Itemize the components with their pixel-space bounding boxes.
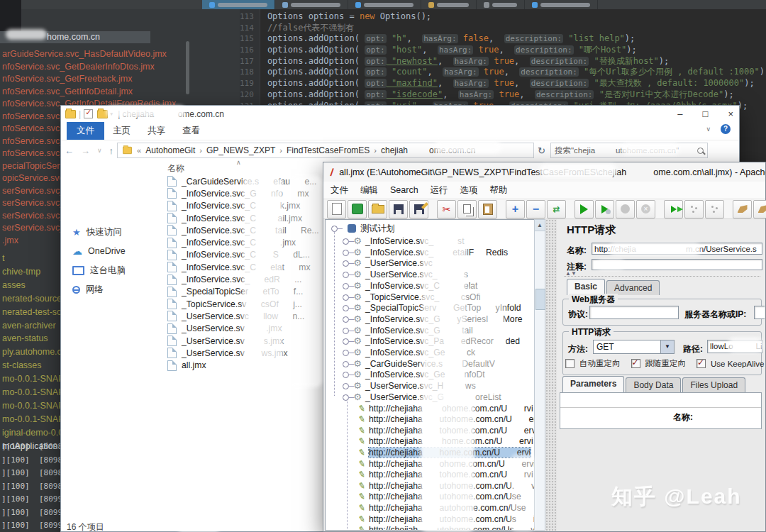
forward-icon[interactable]: → — [81, 145, 90, 156]
checkbox-自动重定向[interactable] — [565, 359, 574, 368]
tree-item[interactable]: http://chejiaha ohome.com.cn/U rvi — [326, 403, 534, 414]
server-field[interactable] — [754, 306, 765, 319]
ide-project-folder[interactable]: ply.autohome.c — [2, 346, 62, 358]
tree-expand-handle[interactable] — [343, 338, 349, 345]
up-icon[interactable]: ↑ — [109, 145, 114, 156]
recent-locations-icon[interactable]: ∨ — [97, 147, 102, 154]
tree-expand-handle[interactable] — [343, 361, 349, 367]
sidebar-item-cloud[interactable]: ☁OneDrive — [72, 245, 126, 257]
ribbon-tab-file[interactable]: 文件 — [67, 122, 104, 140]
back-icon[interactable]: ← — [65, 145, 74, 156]
protocol-field[interactable] — [589, 306, 679, 319]
editor-tab[interactable] — [202, 0, 275, 9]
menu-文件[interactable]: 文件 — [331, 184, 348, 196]
tree-expand-handle[interactable] — [343, 238, 349, 245]
tab-body-data[interactable]: Body Data — [626, 377, 681, 392]
search-box[interactable]: 搜索"chejia utohome.com.cn" — [550, 143, 708, 158]
ide-project-folder[interactable]: t — [2, 253, 4, 265]
toolbar-button-remote[interactable] — [664, 200, 683, 218]
tree-item[interactable]: _InfoService.svc_G ySeriesI More — [326, 314, 534, 325]
tree-expand-handle[interactable] — [343, 283, 349, 289]
tree-expand-handle[interactable] — [343, 260, 349, 267]
tree-item[interactable]: _InfoService.svc_ etailF Redis — [326, 247, 534, 258]
toolbar-button-cut[interactable]: ✂ — [437, 200, 456, 218]
scrollbar-thumb[interactable] — [535, 289, 545, 310]
path-field[interactable]: llowLo Lis — [707, 340, 762, 353]
ide-project-folder[interactable]: st-classes — [2, 360, 42, 372]
tree-expand-handle[interactable] — [343, 294, 349, 301]
tab-advanced[interactable]: Advanced — [606, 280, 660, 295]
tree-expand-handle[interactable] — [343, 350, 349, 356]
breadcrumb-segment[interactable]: chejiah ome.com.cn — [381, 145, 475, 155]
ide-project-folder[interactable]: mo-0.0.1-SNAP — [2, 414, 65, 426]
refresh-icon[interactable]: ↻ — [538, 145, 545, 156]
tree-item[interactable]: _InfoService.svc_G tail — [326, 325, 534, 336]
column-header-name[interactable]: 名称 — [167, 162, 184, 174]
checkbox-Use KeepAlive[interactable] — [696, 359, 706, 368]
close-button[interactable]: × — [728, 109, 733, 119]
tree-item[interactable]: http://chejiaha utohome.com.cn/U. vi — [326, 480, 534, 492]
ide-project-folder[interactable]: mo-0.0.1-SNAP — [2, 387, 65, 399]
toolbar-button-save[interactable] — [389, 200, 408, 218]
checkbox-跟随重定向[interactable] — [631, 359, 640, 368]
sidebar-item-star[interactable]: ★快速访问 — [72, 226, 122, 238]
sidebar-item-pc[interactable]: 这台电脑 — [72, 265, 126, 277]
tree-item[interactable]: _UserService.svc_ s — [326, 269, 534, 280]
tree-item[interactable]: _TopicService.svc_ csOfi — [326, 292, 534, 303]
menu-运行[interactable]: 运行 — [431, 184, 448, 196]
split-divider[interactable] — [545, 219, 557, 531]
tree-item[interactable]: _UserService.svc_G oreList — [326, 392, 534, 403]
toolbar-button-templates[interactable] — [348, 200, 367, 218]
tree-item[interactable]: http://chejiaha utohome.com.cn/Use i — [326, 491, 534, 502]
toolbar-button-open[interactable] — [368, 200, 387, 218]
toolbar-button-copy[interactable] — [457, 200, 477, 218]
ide-project-item[interactable]: pecialTopicServ — [2, 160, 65, 172]
ribbon-collapse-icon[interactable]: ∨ — [706, 126, 711, 133]
toolbar-button-start-np[interactable] — [595, 200, 614, 218]
tree-expand-handle[interactable] — [343, 305, 349, 311]
toolbar-button-clear-all[interactable] — [753, 200, 766, 218]
scroll-up-icon[interactable]: ▲ — [535, 220, 545, 231]
menu-Search[interactable]: Search — [390, 185, 418, 195]
toolbar-button-dots[interactable] — [684, 200, 704, 218]
ide-project-folder[interactable]: nerated-source — [2, 293, 62, 305]
tree-item[interactable]: http://chejiah utohome.com.cn/Us vi — [326, 524, 534, 531]
ide-project-item[interactable]: opicService.svc_ — [2, 172, 69, 184]
tree-expand-handle[interactable] — [331, 226, 338, 232]
tree-expand-handle[interactable] — [343, 394, 349, 401]
toolbar-button-new[interactable] — [327, 200, 346, 218]
menu-编辑[interactable]: 编辑 — [360, 184, 378, 196]
toolbar-button-toggle[interactable]: ⇄ — [547, 200, 566, 218]
ide-project-folder[interactable]: aven-status — [2, 333, 48, 345]
toolbar-button-clear[interactable] — [733, 200, 752, 218]
tab-files-upload[interactable]: Files Upload — [682, 377, 745, 392]
ide-project-item[interactable]: arGuideService.svc_HasDefaultVideo.jmx — [2, 48, 167, 60]
tree-item[interactable]: _UserService.svc_H ws — [326, 380, 534, 392]
ribbon-tab-3[interactable]: 查看 — [174, 123, 209, 139]
tree-expand-handle[interactable] — [343, 383, 349, 389]
tree-item[interactable]: http://chejiaha tohome.com.cn/U ervi — [326, 425, 534, 436]
menu-选项[interactable]: 选项 — [460, 184, 478, 196]
tree-item[interactable]: _InfoService.svc_Ge nfoDt — [326, 369, 534, 380]
tab-basic[interactable]: Basic — [567, 279, 605, 295]
ide-project-item[interactable]: nfoService.svc_GetDealerInfoDtos.jmx — [2, 61, 155, 73]
ribbon-tab-1[interactable]: 主页 — [104, 123, 139, 139]
ide-project-folder[interactable]: iginal-demo-0.0 — [2, 427, 63, 439]
ide-project-folder[interactable]: aven-archiver — [2, 320, 56, 332]
tree-item[interactable]: http://chejiaha utohome.com.cn/U ervi — [326, 414, 534, 425]
tree-expand-handle[interactable] — [343, 272, 349, 278]
ide-project-item[interactable]: nfoService.svc_GetFreeback.jmx — [2, 73, 132, 85]
breadcrumb-segment[interactable]: AutohomeGit — [145, 145, 195, 155]
tree-item[interactable]: _InfoService.svc_C elat — [326, 280, 534, 292]
tree-scrollbar[interactable]: ▲ — [534, 219, 545, 531]
tree-item[interactable]: 测试计划 — [326, 223, 534, 234]
toolbar-button-add[interactable]: + — [506, 200, 525, 218]
tree-item[interactable]: _InfoService.svc_Pa edRecor ded — [326, 336, 534, 347]
tree-item[interactable]: http://chejiaha home.com.cn/U ervi — [326, 436, 534, 447]
minimize-button[interactable]: – — [677, 109, 682, 119]
breadcrumb-segment[interactable]: FindTestCaseFromES — [287, 145, 370, 155]
tree-item[interactable]: _UserService.svc — [326, 257, 534, 269]
editor-tab[interactable] — [275, 0, 348, 9]
ribbon-tab-2[interactable]: 共享 — [139, 123, 174, 139]
ide-scrollbar-thumb[interactable] — [186, 41, 189, 94]
